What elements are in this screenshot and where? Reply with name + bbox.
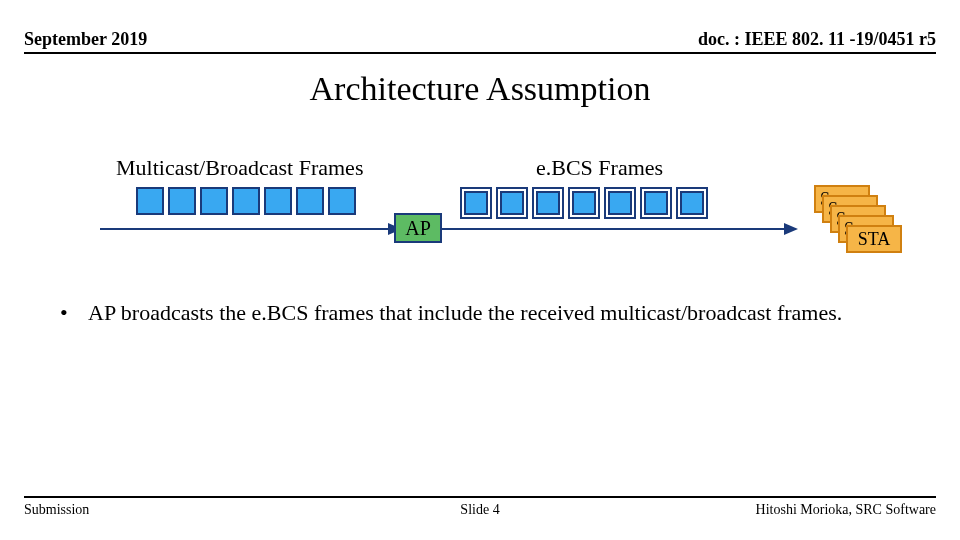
ebcs-payload-frame	[608, 191, 632, 215]
label-multicast-broadcast-frames: Multicast/Broadcast Frames	[116, 155, 363, 181]
label-ebcs-frames: e.BCS Frames	[536, 155, 663, 181]
incoming-frame	[296, 187, 324, 215]
footer-author: Hitoshi Morioka, SRC Software	[756, 502, 936, 518]
ebcs-payload-frame	[464, 191, 488, 215]
ebcs-frame	[460, 187, 492, 219]
incoming-frame	[232, 187, 260, 215]
ebcs-payload-frame	[500, 191, 524, 215]
bullet-text: AP broadcasts the e.BCS frames that incl…	[88, 298, 842, 328]
incoming-frame	[328, 187, 356, 215]
ebcs-payload-frame	[644, 191, 668, 215]
outgoing-frames-group	[460, 187, 708, 219]
incoming-frame	[168, 187, 196, 215]
ebcs-frame	[640, 187, 672, 219]
incoming-frame	[200, 187, 228, 215]
header-bar: September 2019 doc. : IEEE 802. 11 -19/0…	[24, 22, 936, 54]
ebcs-frame	[568, 187, 600, 219]
arrow-head-outgoing	[784, 223, 798, 235]
bullet-item: •AP broadcasts the e.BCS frames that inc…	[60, 298, 900, 328]
bullet-dot-icon: •	[60, 298, 88, 328]
ebcs-frame	[676, 187, 708, 219]
ebcs-frame	[532, 187, 564, 219]
ebcs-frame	[496, 187, 528, 219]
incoming-frame	[136, 187, 164, 215]
slide-title: Architecture Assumption	[0, 70, 960, 108]
ebcs-payload-frame	[572, 191, 596, 215]
footer-bar: Submission Slide 4 Hitoshi Morioka, SRC …	[24, 496, 936, 518]
slide: September 2019 doc. : IEEE 802. 11 -19/0…	[0, 0, 960, 540]
ebcs-payload-frame	[536, 191, 560, 215]
sta-node: STA	[846, 225, 902, 253]
arrow-line-incoming	[100, 228, 394, 230]
arrow-line-outgoing	[442, 228, 790, 230]
architecture-diagram: Multicast/Broadcast Frames e.BCS Frames …	[0, 155, 960, 315]
incoming-frame	[264, 187, 292, 215]
footer-left: Submission	[24, 502, 89, 518]
header-doc-id: doc. : IEEE 802. 11 -19/0451 r5	[698, 29, 936, 50]
ebcs-frame	[604, 187, 636, 219]
ebcs-payload-frame	[680, 191, 704, 215]
ap-node: AP	[394, 213, 442, 243]
bullet-list: •AP broadcasts the e.BCS frames that inc…	[60, 298, 900, 328]
sta-stack: SSSSSTA	[814, 185, 910, 265]
header-date: September 2019	[24, 29, 147, 50]
incoming-frames-group	[136, 187, 356, 215]
